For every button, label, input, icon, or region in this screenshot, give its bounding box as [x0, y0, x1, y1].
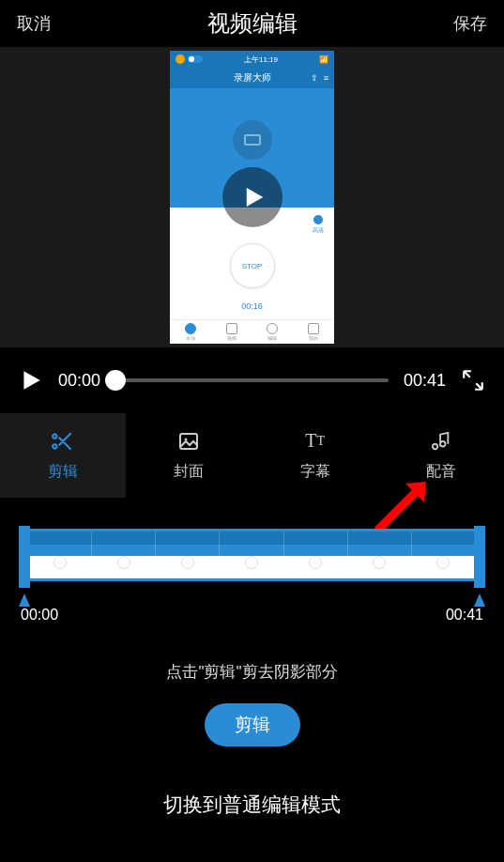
header: 取消 视频编辑 保存: [0, 0, 504, 47]
tab-label: 字幕: [300, 462, 330, 482]
tab-dub[interactable]: 配音: [378, 413, 504, 498]
frame-thumb: [348, 531, 412, 578]
fullscreen-button[interactable]: [461, 368, 485, 393]
indicator-dot-icon: [313, 215, 323, 224]
frame-thumb: [220, 531, 283, 578]
progress-slider[interactable]: [115, 378, 389, 382]
trim-button[interactable]: 剪辑: [205, 703, 300, 747]
nav-dot-icon: [185, 323, 196, 334]
tab-label: 剪辑: [48, 462, 78, 482]
video-preview[interactable]: 上午11:19 📶 录屏大师 ⇪ ≡ 高清 STOP 00:16 本地 视频 编…: [0, 47, 504, 347]
phone-app-title: 录屏大师: [234, 71, 271, 85]
frame-thumb: [28, 531, 92, 578]
timeline-times: 00:00 00:41: [19, 607, 485, 623]
nav-circle-icon: [267, 323, 278, 334]
timeline-border-bottom: [28, 578, 476, 581]
music-note-icon: [431, 431, 451, 452]
phone-status-time: 上午11:19: [244, 54, 278, 65]
phone-status-bar: 上午11:19 📶: [170, 51, 334, 68]
frame-thumb: [412, 531, 476, 578]
tab-subtitle[interactable]: T T 字幕: [252, 413, 378, 498]
tab-trim[interactable]: 剪辑: [0, 413, 126, 498]
player-controls: 00:00 00:41: [0, 347, 504, 413]
text-icon: T T: [305, 430, 325, 453]
avatar-icon: [176, 54, 185, 64]
phone-title-icons: ⇪ ≡: [311, 73, 328, 83]
tool-tabs: 剪辑 封面 T T 字幕 配音: [0, 413, 504, 498]
current-time: 00:00: [58, 371, 100, 391]
phone-bottom-nav: 本地 视频 编辑 我的: [170, 319, 334, 344]
timeline-area: 00:00 00:41: [0, 498, 504, 633]
play-overlay-button[interactable]: [222, 167, 283, 227]
slider-thumb[interactable]: [105, 370, 126, 391]
tab-label: 配音: [426, 462, 456, 482]
trim-handle-right[interactable]: [474, 526, 485, 588]
mode-switch-link[interactable]: 切换到普通编辑模式: [0, 792, 504, 818]
play-button[interactable]: [19, 368, 43, 393]
nav-box-icon: [308, 323, 319, 334]
signal-icon: 📶: [319, 55, 328, 64]
phone-stop-button: STOP: [230, 243, 275, 288]
timeline-strip: [28, 531, 476, 578]
rec-toggle-icon: [188, 55, 203, 63]
trim-handle-left[interactable]: [19, 526, 30, 588]
indicator-label: 高清: [313, 226, 324, 235]
phone-white-area: 高清 STOP 00:16 本地 视频 编辑 我的: [170, 208, 334, 344]
menu-icon: ≡: [324, 73, 328, 83]
phone-app-title-bar: 录屏大师 ⇪ ≡: [170, 68, 334, 88]
save-button[interactable]: 保存: [453, 12, 487, 35]
frame-thumb: [284, 531, 348, 578]
image-icon: [177, 430, 200, 453]
landscape-icon: [244, 134, 261, 146]
play-icon: [238, 183, 267, 211]
phone-record-indicator: [233, 120, 272, 160]
timeline-end: 00:41: [446, 607, 483, 623]
page-title: 视频编辑: [207, 8, 298, 38]
phone-rec-time: 00:16: [241, 301, 263, 311]
frame-thumb: [156, 531, 220, 578]
scissors-icon: [51, 429, 75, 454]
timeline-track[interactable]: [19, 526, 485, 588]
nav-square-icon: [226, 323, 237, 334]
tab-cover[interactable]: 封面: [126, 413, 252, 498]
frame-thumb: [92, 531, 156, 578]
share-icon: ⇪: [311, 73, 318, 83]
tab-label: 封面: [174, 462, 204, 482]
timeline-start: 00:00: [21, 607, 58, 623]
duration: 00:41: [404, 371, 446, 391]
cancel-button[interactable]: 取消: [17, 12, 51, 35]
hint-text: 点击"剪辑"剪去阴影部分: [0, 661, 504, 683]
